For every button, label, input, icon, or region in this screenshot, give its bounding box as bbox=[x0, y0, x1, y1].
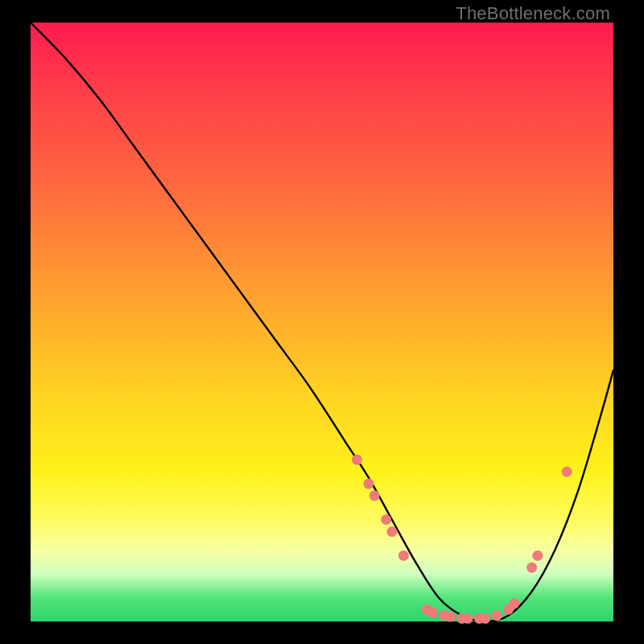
marker-dot bbox=[352, 455, 362, 465]
curve-svg bbox=[31, 23, 613, 621]
marker-dot bbox=[427, 607, 438, 617]
marker-dot bbox=[526, 563, 537, 573]
marker-dot bbox=[492, 610, 502, 621]
marker-dot bbox=[398, 551, 409, 561]
marker-dot bbox=[386, 526, 397, 537]
plot-area bbox=[31, 23, 613, 621]
marker-dot bbox=[509, 598, 519, 609]
highlight-dots bbox=[352, 455, 572, 624]
marker-dot bbox=[369, 490, 380, 501]
marker-dot bbox=[532, 551, 543, 561]
marker-dot bbox=[562, 467, 572, 477]
marker-dot bbox=[463, 613, 473, 624]
marker-dot bbox=[445, 612, 456, 622]
bottleneck-curve bbox=[31, 23, 613, 621]
marker-dot bbox=[480, 613, 490, 624]
marker-dot bbox=[381, 514, 391, 525]
chart-frame: TheBottleneck.com bbox=[0, 0, 644, 644]
watermark-text: TheBottleneck.com bbox=[456, 3, 610, 24]
marker-dot bbox=[363, 478, 374, 489]
